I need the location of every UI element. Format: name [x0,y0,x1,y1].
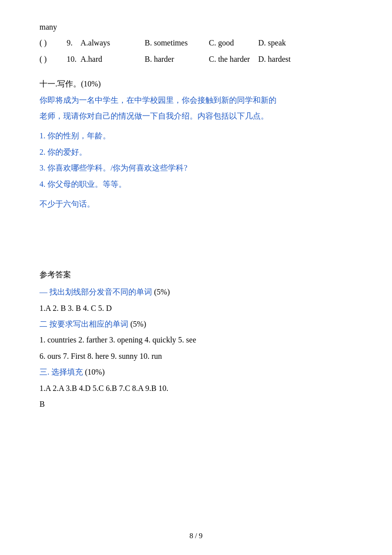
section1-answers: 1.A 2. B 3. B 4. C 5. D [39,301,353,316]
q9-row: ( ) 9. A.always B. sometimes C. good D. … [39,36,353,50]
writing-item1: 1. 你的性别，年龄。 [39,128,353,143]
answer-section: 参考答案 — 找出划线部分发音不同的单词 (5%) 1.A 2. B 3. B … [39,267,353,412]
q10-b: B. harder [145,52,209,67]
writing-item2: 2. 你的爱好。 [39,145,353,160]
page-number: 8 / 9 [190,532,203,540]
page-container: many ( ) 9. A.always B. sometimes C. goo… [0,0,392,555]
writing-item4: 4. 你父母的职业。等等。 [39,177,353,192]
q9-d: D. speak [258,36,286,50]
q10-c: C. the harder [209,52,258,67]
section3-percent: (10%) [85,368,105,376]
q10-d: D. hardest [258,52,291,67]
section3-label: 三. 选择填充 [39,368,83,376]
q9-num: 9. [67,36,80,50]
section1-label: — 找出划线部分发音不同的单词 [39,288,152,296]
section2-percent: (5%) [130,320,146,328]
section3-row1: 1.A 2.A 3.B 4.D 5.C 6.B 7.C 8.A 9.B 10. [39,381,353,396]
many-label: many [39,20,353,35]
section3-row2: B [39,397,353,412]
writing-title: 十一.写作。(10%) [39,77,353,91]
answers-title: 参考答案 [39,267,353,283]
section1-header: — 找出划线部分发音不同的单词 (5%) [39,285,353,299]
q10-bracket: ( ) [39,52,67,67]
q9-c: C. good [209,36,258,50]
writing-note: 不少于六句话。 [39,197,353,212]
section2-row2: 6. ours 7. First 8. here 9. sunny 10. ru… [39,349,353,364]
q9-b: B. sometimes [145,36,209,50]
writing-area-spacer [39,213,353,252]
q10-a: A.hard [80,52,145,67]
section1-percent: (5%) [154,288,170,296]
section2-header: 二 按要求写出相应的单词 (5%) [39,317,353,332]
q10-num: 10. [67,52,80,67]
q9-bracket: ( ) [39,36,67,50]
q10-row: ( ) 10. A.hard B. harder C. the harder D… [39,52,353,67]
section3-header: 三. 选择填充 (10%) [39,365,353,380]
section2-row1: 1. countries 2. farther 3. opening 4. qu… [39,333,353,347]
writing-prompt2: 老师，现请你对自己的情况做一下自我介绍。内容包括以下几点。 [39,109,353,124]
writing-prompt1: 你即将成为一名中学生，在中学校园里，你会接触到新的同学和新的 [39,93,353,108]
section2-label: 二 按要求写出相应的单词 [39,320,128,328]
writing-item3: 3. 你喜欢哪些学科。/你为何喜欢这些学科? [39,161,353,175]
q9-a: A.always [80,36,145,50]
